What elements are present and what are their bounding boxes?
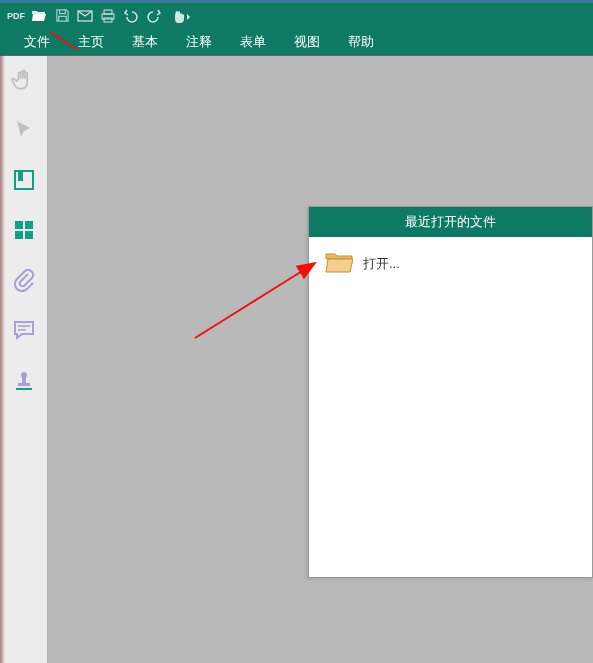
menu-form[interactable]: 表单 [226,29,280,55]
svg-rect-5 [18,171,23,181]
attachment-icon[interactable] [8,264,40,296]
svg-rect-15 [16,388,32,390]
open-file-label: 打开... [363,255,400,273]
bookmarks-icon[interactable] [8,164,40,196]
redo-icon[interactable] [144,6,164,26]
thumbnails-icon[interactable] [8,214,40,246]
save-icon[interactable] [52,6,72,26]
open-file-item[interactable]: 打开... [323,247,578,280]
menu-annotate[interactable]: 注释 [172,29,226,55]
svg-rect-6 [15,221,23,229]
svg-rect-8 [15,231,23,239]
print-icon[interactable] [98,6,118,26]
arrow-tool-icon[interactable] [8,114,40,146]
svg-rect-9 [25,231,33,239]
recent-files-panel: 最近打开的文件 打开... [308,206,593,578]
undo-icon[interactable] [121,6,141,26]
hand-tool-icon[interactable] [8,64,40,96]
sidebar [0,56,48,663]
menu-home[interactable]: 主页 [64,29,118,55]
svg-rect-14 [18,383,30,386]
svg-rect-7 [25,221,33,229]
mail-icon[interactable] [75,6,95,26]
menu-help[interactable]: 帮助 [334,29,388,55]
comment-icon[interactable] [8,314,40,346]
open-folder-icon[interactable] [29,6,49,26]
menu-basic[interactable]: 基本 [118,29,172,55]
work-area: 最近打开的文件 打开... [0,55,593,663]
recent-files-title: 最近打开的文件 [309,207,592,237]
pdf-icon[interactable]: PDF [6,6,26,26]
recent-files-body: 打开... [309,237,592,290]
quick-access-toolbar: PDF [0,0,593,28]
menu-file[interactable]: 文件 [10,29,64,55]
svg-rect-4 [15,171,33,189]
hand-pointer-icon[interactable] [167,6,195,26]
folder-icon [325,251,353,276]
menu-bar: 文件 主页 基本 注释 表单 视图 帮助 [0,28,593,55]
left-edge-decoration [0,55,5,663]
svg-rect-1 [104,10,112,14]
menu-view[interactable]: 视图 [280,29,334,55]
svg-rect-13 [22,377,26,384]
content-area: 最近打开的文件 打开... [48,56,593,663]
stamp-icon[interactable] [8,364,40,396]
